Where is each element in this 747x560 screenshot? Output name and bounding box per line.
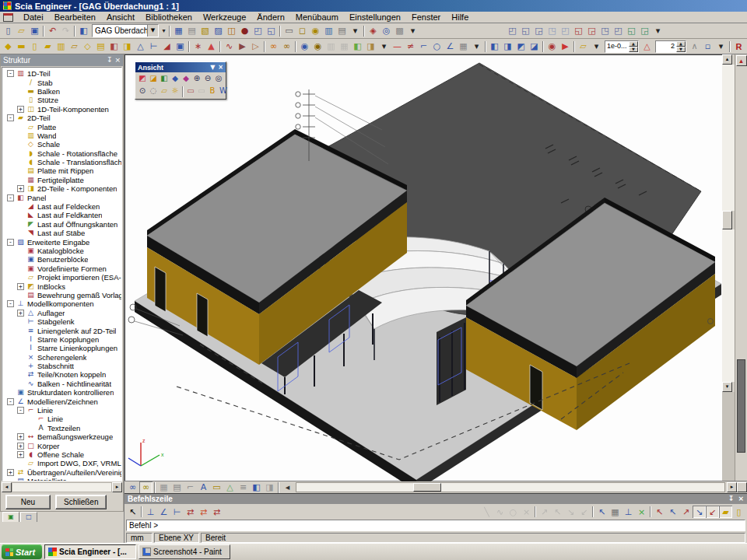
expand-icon[interactable]: + (17, 443, 24, 450)
close-button[interactable]: Schließen (55, 495, 107, 509)
track-extension-icon[interactable]: ⇄ (210, 506, 223, 518)
arrow-ne-icon[interactable]: ↗ (538, 506, 551, 518)
tree-item[interactable]: -◧Panel (4, 193, 121, 201)
render-link-icon[interactable]: ∞ (139, 481, 153, 494)
eye-view-icon[interactable]: ◉ (545, 40, 559, 53)
view-top-icon[interactable]: ◧ (159, 73, 170, 84)
tree-item-label[interactable]: Stab (37, 79, 53, 87)
window-arrange-3-icon[interactable]: ◲ (532, 25, 545, 37)
layout2-icon[interactable]: ◱ (265, 25, 278, 37)
tree-item-label[interactable]: Schale - Translationsfläche (37, 158, 121, 166)
light-icon[interactable]: ☼ (170, 86, 181, 96)
draw-arc-icon[interactable]: ∿ (493, 506, 507, 518)
wire-link-icon[interactable]: ∞ (126, 481, 139, 494)
window-arrange-2-icon[interactable]: ◱ (519, 25, 532, 37)
tree-item[interactable]: +◩InBlocks (4, 282, 121, 290)
snap-ortho-icon[interactable]: ⊥ (622, 506, 635, 518)
layer-up-icon[interactable]: ∧ (688, 40, 701, 53)
ansicht-toolbar[interactable]: Ansicht ▼ × ◩◪◧◆◆⊕⊖◎ ⊙◌▱☼▭▭BW (135, 61, 226, 100)
tree-item[interactable]: ▦Fertigteilplatte (4, 176, 121, 184)
tree-item-label[interactable]: Wand (37, 131, 56, 140)
view-camera-icon[interactable]: ◆ (181, 73, 191, 84)
tree-item-label[interactable]: Modellieren/Zeichnen (27, 397, 98, 406)
window-arrange-5-icon[interactable]: ◰ (559, 25, 572, 37)
menu-bibliotheken[interactable]: Bibliotheken (140, 12, 198, 23)
snap-grid-icon[interactable]: ▦ (608, 506, 622, 518)
tree-item[interactable]: ▱Projekt importieren (ESA-Datei) (4, 273, 121, 282)
globe-icon[interactable]: ● (238, 25, 251, 37)
tree-item[interactable]: -⌐Linie (4, 406, 121, 415)
3d-model-view[interactable]: z x (125, 55, 723, 481)
tree-item[interactable]: ▤Platte mit Rippen (4, 166, 121, 175)
collapse-icon[interactable]: - (7, 300, 14, 307)
tab-properties[interactable]: □ (20, 512, 37, 522)
grid-tool-icon[interactable]: ▦ (457, 40, 470, 53)
document-icon[interactable]: ▤ (185, 25, 198, 37)
osnap-4-icon[interactable]: ↘ (693, 506, 706, 518)
grid-dropdown[interactable]: ▾ (470, 40, 483, 53)
tree-item[interactable]: ▱Platte (4, 122, 121, 131)
zoom-window-icon[interactable]: ◎ (213, 73, 224, 84)
scroll-thumb[interactable] (413, 483, 441, 492)
view-front-icon[interactable]: ◩ (137, 73, 148, 84)
3d-viewport[interactable]: Ansicht ▼ × ◩◪◧◆◆⊕⊖◎ ⊙◌▱☼▭▭BW (124, 54, 722, 481)
osnap-1-icon[interactable]: ↖ (653, 506, 666, 518)
tree-item[interactable]: ◇Schale (4, 140, 121, 149)
tree-item-label[interactable]: Offene Schale (37, 450, 84, 459)
structure-tree[interactable]: -▥1D-Teil/Stab▬Balken▯Stütze+◫1D-Teil-Ko… (2, 67, 122, 481)
new-button[interactable]: Neu (5, 495, 51, 509)
collapse-icon[interactable]: - (17, 407, 24, 414)
snap-cross-icon[interactable]: × (635, 506, 648, 518)
scale-spinner[interactable]: 2 ▲▼ (655, 40, 686, 53)
tree-item-label[interactable]: Textzeilen (47, 424, 80, 432)
project-window-icon[interactable]: ◧ (77, 25, 90, 37)
befehlszeile-header[interactable]: Befehlszeile ↧ × (124, 493, 747, 504)
unlink-nodes-icon[interactable]: ∞ (280, 40, 293, 53)
collapse-icon[interactable]: - (7, 70, 14, 77)
close-icon[interactable]: × (738, 495, 744, 502)
fly-mode-icon[interactable]: ▶ (559, 40, 572, 53)
zoom-all-icon[interactable]: ⊙ (137, 86, 148, 96)
command-input[interactable]: Befehl > (126, 520, 745, 531)
new-project-icon[interactable]: ▯ (2, 25, 15, 37)
tree-item[interactable]: ⊢Stabgelenk (4, 317, 121, 326)
tree-item-label[interactable]: Platte mit Rippen (37, 166, 93, 175)
tree-item-label[interactable]: Balken (37, 87, 60, 96)
print-icon[interactable]: ▭ (282, 25, 296, 37)
start-button[interactable]: Start (2, 544, 42, 559)
tree-item[interactable]: ATextzeilen (4, 424, 121, 432)
ref-grid-icon[interactable]: ▫ (701, 40, 714, 53)
add-node-icon[interactable]: ◆ (2, 40, 15, 53)
tree-item[interactable]: ▯Stütze (4, 96, 121, 104)
arrow-nw-icon[interactable]: ↖ (551, 506, 564, 518)
clipboard-icon[interactable]: ◫ (225, 25, 238, 37)
scroll-right-icon[interactable]: ▸ (112, 482, 122, 492)
window-arrange-7-icon[interactable]: ◲ (585, 25, 598, 37)
tree-item[interactable]: -∠Modellieren/Zeichnen (4, 397, 121, 405)
tree-item[interactable]: ∿Balken - Nichtlinearität (4, 380, 121, 388)
scale-down-icon[interactable]: ▼ (676, 47, 686, 52)
tree-item-label[interactable]: Stabgelenk (37, 317, 75, 326)
binocular-icon[interactable]: ◉ (298, 40, 311, 53)
tree-item-label[interactable]: Linie (37, 406, 53, 415)
line-tool-icon[interactable]: — (391, 40, 404, 53)
snap-intersection-icon[interactable]: ⊢ (170, 506, 184, 518)
scroll-left-icon[interactable]: ◂ (2, 482, 12, 492)
tree-item-label[interactable]: Platte (37, 123, 56, 131)
open-layer-icon[interactable]: ▱ (577, 40, 590, 53)
visibility-icon[interactable]: ◧ (351, 40, 364, 53)
r-tool-button[interactable]: R (732, 40, 745, 53)
zoom-out-icon[interactable]: ⊖ (202, 73, 213, 84)
tree-item[interactable]: ▬Balken (4, 87, 121, 96)
tree-item-label[interactable]: Katalogblöcke (37, 247, 84, 255)
collapse-icon[interactable]: - (7, 239, 14, 246)
ansicht-close-icon[interactable]: × (218, 65, 223, 71)
scroll-up-small-icon[interactable]: ▴ (736, 55, 747, 66)
scroll-track[interactable] (12, 482, 112, 492)
measure-icon[interactable]: ▩ (393, 25, 406, 37)
plane-indicator[interactable]: Ebene XY (154, 533, 199, 543)
tree-item[interactable]: -▥1D-Teil (4, 69, 121, 78)
dock-scroll-thumb[interactable] (737, 359, 745, 453)
zoom-in-icon[interactable]: ⊕ (191, 73, 202, 84)
tree-item-label[interactable]: Last auf Öffnungskanten (37, 220, 117, 229)
